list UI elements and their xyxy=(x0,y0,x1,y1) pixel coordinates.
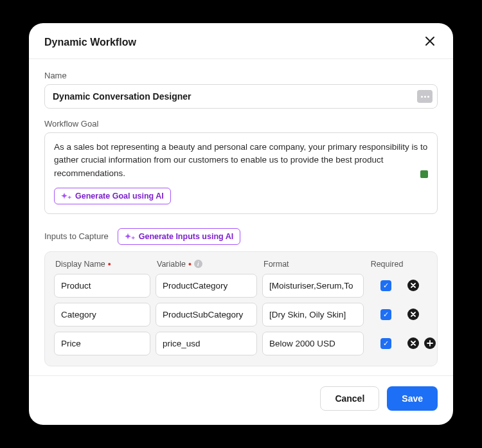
sparkle-icon: ✦₊ xyxy=(125,233,135,240)
generate-goal-label: Generate Goal using AI xyxy=(75,192,164,201)
name-label: Name xyxy=(44,71,438,80)
remove-row-button[interactable] xyxy=(407,280,419,291)
col-required: Required xyxy=(370,260,404,269)
required-dot-icon: • xyxy=(108,260,111,269)
check-icon: ✓ xyxy=(383,311,389,318)
variable-input[interactable] xyxy=(156,332,257,355)
goal-label: Workflow Goal xyxy=(44,119,438,129)
required-dot-icon: • xyxy=(188,260,192,269)
sparkle-icon: ✦₊ xyxy=(61,192,71,200)
goal-text[interactable]: As a sales bot representing a beauty and… xyxy=(54,141,428,180)
goal-box: As a sales bot representing a beauty and… xyxy=(44,132,438,214)
column-headers: Display Name • Variable • i Format Requi… xyxy=(54,260,428,269)
col-display-name: Display Name • xyxy=(55,260,152,269)
remove-row-button[interactable] xyxy=(407,337,419,349)
ellipsis-icon[interactable] xyxy=(417,90,433,103)
inputs-header: Inputs to Capture ✦₊ Generate Inputs usi… xyxy=(44,228,438,245)
name-field-wrapper xyxy=(44,84,438,109)
check-icon: ✓ xyxy=(383,282,389,289)
dynamic-workflow-modal: Dynamic Workflow Name Workflow Goal As a… xyxy=(29,23,453,425)
format-input[interactable] xyxy=(262,332,364,355)
close-icon[interactable] xyxy=(422,35,438,49)
modal-title: Dynamic Workflow xyxy=(44,37,136,48)
save-button[interactable]: Save xyxy=(387,386,438,411)
generate-goal-button[interactable]: ✦₊ Generate Goal using AI xyxy=(54,188,171,204)
display-name-input[interactable] xyxy=(54,332,150,355)
modal-footer: Cancel Save xyxy=(29,375,453,425)
required-checkbox[interactable]: ✓ xyxy=(380,309,391,320)
variable-input[interactable] xyxy=(156,303,257,327)
display-name-input[interactable] xyxy=(54,303,150,327)
name-input[interactable] xyxy=(44,84,438,109)
remove-row-button[interactable] xyxy=(407,309,419,320)
display-name-input[interactable] xyxy=(54,274,150,298)
format-input[interactable] xyxy=(262,303,364,327)
modal-header: Dynamic Workflow xyxy=(29,23,453,59)
generate-inputs-label: Generate Inputs using AI xyxy=(139,232,233,241)
cancel-button[interactable]: Cancel xyxy=(320,386,379,411)
resize-handle-icon[interactable] xyxy=(420,170,428,178)
generate-inputs-button[interactable]: ✦₊ Generate Inputs using AI xyxy=(118,228,240,245)
inputs-label: Inputs to Capture xyxy=(44,231,109,241)
modal-body: Name Workflow Goal As a sales bot repres… xyxy=(29,59,453,372)
input-row: ✓ xyxy=(54,303,428,327)
check-icon: ✓ xyxy=(383,340,389,347)
input-row: ✓ xyxy=(54,332,428,355)
col-variable: Variable • i xyxy=(157,260,258,269)
col-format: Format xyxy=(263,260,365,269)
add-row-button[interactable] xyxy=(424,337,436,349)
input-row: ✓ xyxy=(54,274,428,298)
inputs-panel: Display Name • Variable • i Format Requi… xyxy=(44,251,438,366)
format-input[interactable] xyxy=(262,274,364,298)
variable-input[interactable] xyxy=(156,274,257,298)
required-checkbox[interactable]: ✓ xyxy=(380,280,391,291)
info-icon[interactable]: i xyxy=(194,260,202,268)
required-checkbox[interactable]: ✓ xyxy=(380,338,391,349)
